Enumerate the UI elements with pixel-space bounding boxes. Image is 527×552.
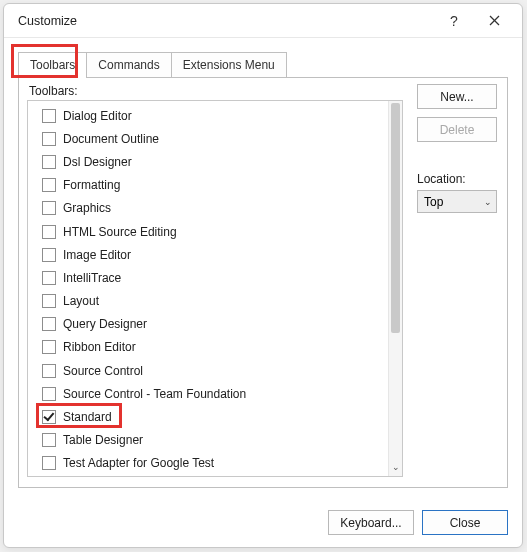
tab-toolbars[interactable]: Toolbars <box>18 52 87 78</box>
delete-button[interactable]: Delete <box>417 117 497 142</box>
list-item[interactable]: Image Editor <box>32 243 384 266</box>
list-item-label: Dsl Designer <box>63 155 132 169</box>
tab-commands[interactable]: Commands <box>86 52 171 78</box>
checkbox[interactable] <box>42 225 56 239</box>
dialog-body: Toolbars Commands Extensions Menu Toolba… <box>4 38 522 500</box>
list-item[interactable]: Test Adapter for Google Test <box>32 452 384 475</box>
checkbox[interactable] <box>42 387 56 401</box>
checkbox[interactable] <box>42 155 56 169</box>
checkbox[interactable] <box>42 132 56 146</box>
list-item-label: Ribbon Editor <box>63 340 136 354</box>
chevron-down-icon: ⌄ <box>484 197 492 207</box>
list-item-label: Source Control - Team Foundation <box>63 387 246 401</box>
close-icon[interactable] <box>474 7 514 35</box>
list-item-label: Table Designer <box>63 433 143 447</box>
list-item[interactable]: Query Designer <box>32 313 384 336</box>
checkbox[interactable] <box>42 294 56 308</box>
list-item-label: Graphics <box>63 201 111 215</box>
list-item[interactable]: Table Designer <box>32 429 384 452</box>
dialog-footer: Keyboard... Close <box>4 500 522 547</box>
list-item-label: Query Designer <box>63 317 147 331</box>
list-item-label: Document Outline <box>63 132 159 146</box>
list-item[interactable]: IntelliTrace <box>32 266 384 289</box>
list-item[interactable]: Standard <box>32 405 384 428</box>
checkbox[interactable] <box>42 364 56 378</box>
toolbars-label: Toolbars: <box>27 84 403 98</box>
tab-panel-toolbars: Toolbars: Dialog EditorDocument OutlineD… <box>18 77 508 488</box>
list-item-label: Formatting <box>63 178 120 192</box>
list-item[interactable]: Formatting <box>32 174 384 197</box>
scrollbar[interactable]: ⌄ <box>388 101 402 476</box>
checkbox[interactable] <box>42 109 56 123</box>
close-button[interactable]: Close <box>422 510 508 535</box>
list-item-label: Source Control <box>63 364 143 378</box>
location-select[interactable]: Top ⌄ <box>417 190 497 213</box>
list-item-label: Standard <box>63 410 112 424</box>
checkbox[interactable] <box>42 178 56 192</box>
new-button[interactable]: New... <box>417 84 497 109</box>
list-item-label: Dialog Editor <box>63 109 132 123</box>
list-item[interactable]: Dsl Designer <box>32 150 384 173</box>
list-item-label: Image Editor <box>63 248 131 262</box>
toolbars-listbox[interactable]: Dialog EditorDocument OutlineDsl Designe… <box>27 100 403 477</box>
list-item[interactable]: HTML Source Editing <box>32 220 384 243</box>
checkbox[interactable] <box>42 248 56 262</box>
scrollbar-thumb[interactable] <box>391 103 400 333</box>
list-item-label: Layout <box>63 294 99 308</box>
keyboard-button[interactable]: Keyboard... <box>328 510 414 535</box>
tab-strip: Toolbars Commands Extensions Menu <box>18 52 508 78</box>
checkbox[interactable] <box>42 410 56 424</box>
list-item[interactable]: Text Editor <box>32 475 384 476</box>
location-label: Location: <box>417 172 497 186</box>
customize-dialog: Customize ? Toolbars Commands Extensions… <box>3 3 523 548</box>
dialog-title: Customize <box>18 14 434 28</box>
list-item[interactable]: Source Control - Team Foundation <box>32 382 384 405</box>
list-item[interactable]: Document Outline <box>32 127 384 150</box>
checkbox[interactable] <box>42 271 56 285</box>
list-item[interactable]: Layout <box>32 290 384 313</box>
help-icon[interactable]: ? <box>434 7 474 35</box>
list-item[interactable]: Ribbon Editor <box>32 336 384 359</box>
checkbox[interactable] <box>42 340 56 354</box>
list-item[interactable]: Dialog Editor <box>32 104 384 127</box>
checkbox[interactable] <box>42 433 56 447</box>
list-item[interactable]: Source Control <box>32 359 384 382</box>
checkbox[interactable] <box>42 317 56 331</box>
location-value: Top <box>424 195 443 209</box>
checkbox[interactable] <box>42 201 56 215</box>
tab-extensions-menu[interactable]: Extensions Menu <box>171 52 287 78</box>
list-item[interactable]: Graphics <box>32 197 384 220</box>
titlebar: Customize ? <box>4 4 522 38</box>
list-item-label: HTML Source Editing <box>63 225 177 239</box>
scroll-down-icon[interactable]: ⌄ <box>389 460 402 474</box>
checkbox[interactable] <box>42 456 56 470</box>
list-item-label: IntelliTrace <box>63 271 121 285</box>
list-item-label: Test Adapter for Google Test <box>63 456 214 470</box>
